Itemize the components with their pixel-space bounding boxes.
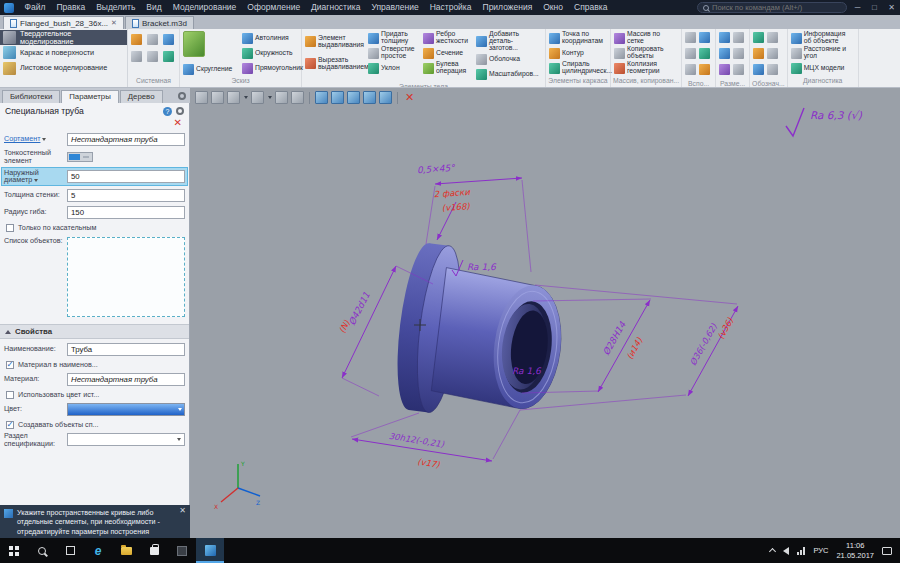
- sortament-label[interactable]: Сортамент: [4, 135, 64, 143]
- help-icon[interactable]: ?: [163, 107, 172, 116]
- ribbon-item-rectangle[interactable]: Прямоугольник: [242, 61, 298, 75]
- tab-parameters[interactable]: Параметры: [61, 90, 119, 103]
- file-explorer-button[interactable]: [112, 538, 140, 563]
- ribbon-item-add-part-stock[interactable]: Добавить деталь-заготов...: [476, 31, 542, 52]
- ribbon-item-simple-hole[interactable]: Отверстие простое: [368, 46, 420, 60]
- menu-file[interactable]: Файл: [19, 0, 51, 15]
- tab-flanged-bush[interactable]: Flanged_bush_28_36x... ✕: [3, 16, 124, 29]
- rounding-icon[interactable]: [379, 91, 392, 104]
- start-button[interactable]: [0, 538, 28, 563]
- mode-wireframe-surfaces[interactable]: Каркас и поверхности: [0, 45, 127, 60]
- kompas-app-button[interactable]: [196, 538, 224, 563]
- thread-icon[interactable]: [767, 64, 778, 75]
- abort-command-icon[interactable]: ✕: [403, 91, 416, 104]
- redo-icon[interactable]: [147, 51, 158, 62]
- menu-layout[interactable]: Оформление: [242, 0, 306, 15]
- menu-window[interactable]: Окно: [538, 0, 569, 15]
- taskbar-search-button[interactable]: [28, 538, 56, 563]
- phantoms-icon[interactable]: [363, 91, 376, 104]
- menu-applications[interactable]: Приложения: [477, 0, 538, 15]
- layers-icon[interactable]: [211, 91, 224, 104]
- mode-solid-modeling[interactable]: Твердотельное моделирование: [0, 30, 127, 45]
- edge-button[interactable]: e: [84, 538, 112, 563]
- aux-plane2-icon[interactable]: [685, 64, 696, 75]
- store-button[interactable]: [140, 538, 168, 563]
- leader-icon[interactable]: [753, 48, 764, 59]
- tolerance-icon[interactable]: [767, 48, 778, 59]
- aux-axis-icon[interactable]: [699, 32, 710, 43]
- material-input[interactable]: [67, 373, 185, 386]
- name-input[interactable]: [67, 343, 185, 356]
- ribbon-item-copy-objects[interactable]: Копировать объекты: [614, 46, 670, 60]
- task-view-button[interactable]: [56, 538, 84, 563]
- save-icon[interactable]: [147, 34, 158, 45]
- create-spec-objects-checkbox[interactable]: [6, 421, 14, 429]
- close-tab-icon[interactable]: ✕: [111, 19, 117, 27]
- ribbon-item-draft[interactable]: Уклон: [368, 61, 420, 75]
- use-source-color-checkbox[interactable]: [6, 391, 14, 399]
- close-window-button[interactable]: ✕: [883, 0, 900, 15]
- dim-diameter-icon[interactable]: [733, 48, 744, 59]
- wall-thickness-input[interactable]: [67, 189, 185, 202]
- coordinate-planes-icon[interactable]: [195, 91, 208, 104]
- aux-curve-icon[interactable]: [699, 64, 710, 75]
- ribbon-item-point-by-coords[interactable]: Точка по координатам: [549, 31, 607, 45]
- minimize-button[interactable]: ─: [849, 0, 866, 15]
- dim-auto-icon[interactable]: [719, 64, 730, 75]
- marking-icon[interactable]: [753, 64, 764, 75]
- menu-management[interactable]: Управление: [366, 0, 424, 15]
- aux-plane-icon[interactable]: [685, 32, 696, 43]
- ribbon-item-geometry-collision[interactable]: Коллизия геометрии: [614, 61, 670, 75]
- orientation-icon[interactable]: [251, 91, 264, 104]
- objects-list-box[interactable]: [67, 237, 185, 317]
- chevron-down-icon[interactable]: [244, 96, 248, 99]
- outer-diameter-label[interactable]: Наружный диаметр: [4, 169, 64, 185]
- outer-diameter-input[interactable]: [67, 170, 185, 183]
- command-options-icon[interactable]: [176, 107, 184, 115]
- show-hidden-icons-chevron[interactable]: [769, 548, 776, 555]
- bend-radius-input[interactable]: [67, 206, 185, 219]
- ribbon-item-cylindrical-spiral[interactable]: Спираль цилиндрическ...: [549, 61, 607, 75]
- menu-view[interactable]: Вид: [141, 0, 167, 15]
- spec-section-dropdown[interactable]: [67, 433, 185, 446]
- thin-element-toggle[interactable]: [67, 152, 93, 162]
- ribbon-item-circle[interactable]: Окружность: [242, 46, 298, 60]
- create-sketch-icon[interactable]: [183, 31, 205, 57]
- speaker-icon[interactable]: [783, 547, 789, 555]
- mode-sheet-metal[interactable]: Листовое моделирование: [0, 61, 127, 76]
- ribbon-item-autoline[interactable]: Автолиния: [242, 31, 298, 45]
- tab-bracket[interactable]: Bracket.m3d: [125, 16, 194, 29]
- sortament-link[interactable]: Сортамент: [4, 134, 40, 143]
- ribbon-item-shell[interactable]: Оболочка: [476, 53, 542, 67]
- model-canvas[interactable]: 0,5×45° 2 фаски (v168) Ø42d11 (N) 30h12(…: [190, 88, 900, 538]
- network-icon[interactable]: [797, 547, 805, 555]
- aux-csys-icon[interactable]: [685, 48, 696, 59]
- ribbon-item-rib[interactable]: Ребро жесткости: [423, 31, 473, 45]
- menu-edit[interactable]: Правка: [51, 0, 91, 15]
- open-icon[interactable]: [131, 34, 142, 45]
- snap-icon[interactable]: [315, 91, 328, 104]
- menu-select[interactable]: Выделить: [91, 0, 141, 15]
- app-button[interactable]: [168, 538, 196, 563]
- menu-modeling[interactable]: Моделирование: [167, 0, 242, 15]
- display-mode-icon[interactable]: [275, 91, 288, 104]
- ribbon-item-distance-angle[interactable]: Расстояние и угол: [791, 46, 855, 60]
- viewport-3d[interactable]: ✕: [190, 88, 900, 538]
- hide-objects-icon[interactable]: [291, 91, 304, 104]
- clipboard-icon[interactable]: [163, 51, 174, 62]
- roughness-icon[interactable]: [753, 32, 764, 43]
- zoom-icon[interactable]: [227, 91, 240, 104]
- cancel-command-button[interactable]: ✕: [174, 118, 182, 128]
- tab-tree[interactable]: Дерево: [120, 90, 163, 103]
- undo-icon[interactable]: [131, 51, 142, 62]
- close-hint-icon[interactable]: ✕: [179, 506, 186, 516]
- color-swatch[interactable]: [67, 403, 185, 416]
- menu-diagnostics[interactable]: Диагностика: [306, 0, 366, 15]
- sortament-input[interactable]: [67, 133, 185, 146]
- datum-icon[interactable]: [767, 32, 778, 43]
- chevron-down-icon[interactable]: [268, 96, 272, 99]
- command-search[interactable]: [697, 2, 847, 13]
- dim-radial-icon[interactable]: [719, 48, 730, 59]
- language-indicator[interactable]: РУС: [813, 546, 828, 555]
- clock[interactable]: 11:06 21.05.2017: [836, 541, 874, 561]
